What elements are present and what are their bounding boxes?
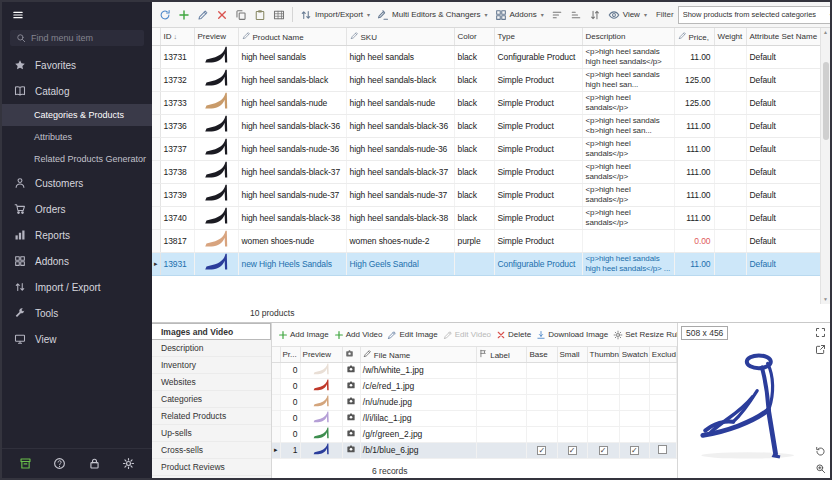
sidebar-item-categories-products[interactable]: Categories & Products (2, 104, 152, 126)
column-header-id[interactable]: ID↓ (160, 28, 194, 45)
help-icon[interactable] (53, 457, 66, 470)
category-filter-select[interactable]: Show products from selected categories▾ (678, 6, 830, 24)
edit-button[interactable] (194, 7, 212, 23)
sidebar-item-addons[interactable]: Addons (2, 248, 152, 274)
delete-button[interactable]: Delete (496, 330, 531, 340)
product-row[interactable]: 13738high heel sandals-black-37high heel… (152, 160, 820, 183)
add-image-button[interactable]: Add Image (278, 330, 329, 340)
column-header-preview[interactable]: Preview (194, 28, 238, 45)
addons-menu[interactable]: Addons▾ (492, 7, 547, 23)
tab-related-products[interactable]: Related Products (152, 408, 271, 425)
product-row[interactable]: ▸13931new High Heels SandalsHigh Geels S… (152, 252, 820, 275)
tab-up-sells[interactable]: Up-sells (152, 425, 271, 442)
tab-inventory[interactable]: Inventory (152, 357, 271, 374)
sort-asc-button[interactable] (548, 7, 566, 23)
sidebar-item-view[interactable]: View (2, 326, 152, 352)
column-header-camera[interactable] (342, 347, 360, 362)
scroll-up-arrow[interactable]: ▲ (823, 29, 828, 36)
store-icon[interactable] (19, 457, 32, 470)
column-header-thumbnail[interactable]: Thumbna (587, 347, 619, 362)
open-in-new-icon[interactable] (815, 344, 826, 355)
column-header-description[interactable]: Description (582, 28, 674, 45)
column-header-label[interactable]: Label (477, 347, 527, 362)
vertical-scrollbar[interactable]: ▲ ▼ (820, 28, 830, 304)
product-row[interactable]: 13740high heel sandals-black-38high heel… (152, 206, 820, 229)
image-row[interactable]: ▸1/b/1/blue_6.jpg✓✓✓✓ (272, 442, 677, 458)
sidebar-item-customers[interactable]: Customers (2, 170, 152, 196)
add-button[interactable] (175, 7, 193, 23)
zoom-icon[interactable] (815, 463, 826, 474)
image-row[interactable]: 0/c/e/red_1.jpg (272, 378, 677, 394)
column-header-swatch[interactable]: Swatch (619, 347, 649, 362)
star-icon (14, 59, 26, 71)
sidebar-item-orders[interactable]: Orders (2, 196, 152, 222)
tab-categories[interactable]: Categories (152, 391, 271, 408)
cell-color: black (454, 114, 494, 137)
multi-editors-menu[interactable]: Multi Editors & Changers▾ (374, 7, 491, 23)
move-updown-button[interactable] (586, 7, 604, 23)
thumbnail-checkbox[interactable]: ✓ (599, 446, 608, 455)
sidebar-item-attributes[interactable]: Attributes (2, 126, 152, 148)
column-header-exclude[interactable]: Exclude (649, 347, 676, 362)
sidebar-item-catalog[interactable]: Catalog (2, 78, 152, 104)
column-header-preview[interactable]: Preview (300, 347, 342, 362)
lock-icon[interactable] (88, 457, 101, 470)
small-checkbox[interactable]: ✓ (568, 446, 577, 455)
column-header-weight[interactable]: Weight (714, 28, 746, 45)
column-header-priority[interactable]: Pr... (280, 347, 300, 362)
download-image-button[interactable]: Download Image (536, 330, 608, 340)
sort-desc-button[interactable] (567, 7, 585, 23)
hamburger-menu-icon[interactable] (12, 9, 24, 21)
copy-button[interactable] (232, 7, 250, 23)
base-checkbox[interactable]: ✓ (537, 446, 546, 455)
product-row[interactable]: 13736high heel sandals-black-36high heel… (152, 114, 820, 137)
add-video-button[interactable]: Add Video (334, 330, 383, 340)
set-resize-rule-button[interactable]: Set Resize Rule (613, 330, 677, 340)
column-header-file[interactable]: File Name (360, 347, 476, 362)
tab-description[interactable]: Description (152, 340, 271, 357)
paste-button[interactable] (251, 7, 269, 23)
sidebar-item-favorites[interactable]: Favorites (2, 52, 152, 78)
sidebar-item-tools[interactable]: Tools (2, 300, 152, 326)
sidebar-item-reports[interactable]: Reports (2, 222, 152, 248)
image-row[interactable]: 0/g/r/green_2.jpg (272, 426, 677, 442)
tab-websites[interactable]: Websites (152, 374, 271, 391)
column-header-attribute_set[interactable]: Attribute Set Name (746, 28, 820, 45)
column-header-base[interactable]: Base (527, 347, 557, 362)
rotate-icon[interactable] (815, 446, 826, 457)
column-header-small[interactable]: Small (557, 347, 587, 362)
menu-search-input[interactable] (31, 33, 138, 43)
import-export-menu[interactable]: Import/Export▾ (297, 7, 373, 23)
edit-image-button[interactable]: Edit Image (387, 330, 437, 340)
view-menu[interactable]: View▾ (605, 7, 650, 23)
delete-button[interactable] (213, 7, 231, 23)
column-header-name[interactable]: Product Name (238, 28, 346, 45)
product-row[interactable]: 13739high heel sandals-nude-37high heel … (152, 183, 820, 206)
product-row[interactable]: 13732high heel sandals-blackhigh heel sa… (152, 68, 820, 91)
fullscreen-icon[interactable] (815, 327, 826, 338)
image-row[interactable]: 0/w/h/white_1.jpg (272, 362, 677, 378)
product-row[interactable]: 13731high heel sandalshigh heel sandalsb… (152, 45, 820, 68)
columns-button[interactable] (270, 7, 288, 23)
product-row[interactable]: 13737high heel sandals-nude-36high heel … (152, 137, 820, 160)
sidebar-item-label: Addons (35, 256, 69, 267)
product-row[interactable]: 13733high heel sandals-nudehigh heel san… (152, 91, 820, 114)
column-header-price[interactable]: Price, (674, 28, 714, 45)
sidebar-item-related-products-generator[interactable]: Related Products Generator (2, 148, 152, 170)
product-row[interactable]: 13817women shoes-nudewomen shoes-nude-2p… (152, 229, 820, 252)
column-header-color[interactable]: Color (454, 28, 494, 45)
sidebar-item-import-export[interactable]: Import / Export (2, 274, 152, 300)
swatch-checkbox[interactable]: ✓ (630, 446, 639, 455)
column-header-type[interactable]: Type (494, 28, 582, 45)
settings-icon[interactable] (122, 457, 135, 470)
refresh-button[interactable] (156, 7, 174, 23)
scroll-thumb[interactable] (823, 62, 829, 140)
column-header-sku[interactable]: SKU (346, 28, 454, 45)
tab-cross-sells[interactable]: Cross-sells (152, 442, 271, 459)
tab-images-and-video[interactable]: Images and Video (152, 323, 271, 340)
image-row[interactable]: 0/l/i/lilac_1.jpg (272, 410, 677, 426)
image-row[interactable]: 0/n/u/nude.jpg (272, 394, 677, 410)
scroll-down-arrow[interactable]: ▼ (823, 296, 828, 303)
tab-product-reviews[interactable]: Product Reviews (152, 459, 271, 476)
exclude-checkbox[interactable] (658, 445, 667, 454)
